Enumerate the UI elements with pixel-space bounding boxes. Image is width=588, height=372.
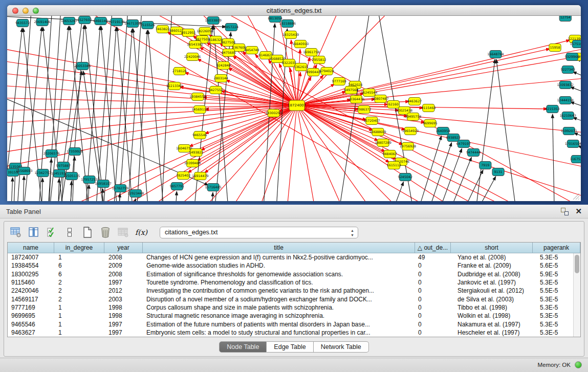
graph-edge[interactable] <box>415 136 442 201</box>
tab-edge-table[interactable]: Edge Table <box>267 341 313 353</box>
graph-edge[interactable] <box>291 40 297 105</box>
graph-edge[interactable] <box>297 49 550 105</box>
table-cell[interactable]: Genome-wide association studies in ADHD. <box>143 261 415 270</box>
memory-status-icon[interactable] <box>575 361 582 368</box>
column-header-short[interactable]: short <box>451 243 533 253</box>
table-cell[interactable]: 2 <box>54 287 104 295</box>
table-cell[interactable]: 0 <box>415 287 451 295</box>
show-columns-icon[interactable] <box>27 226 40 238</box>
table-cell[interactable]: 6 <box>54 261 104 270</box>
table-cell[interactable]: 9465546 <box>8 320 54 328</box>
table-cell[interactable]: Dudbridge et al. (2008) <box>451 270 533 278</box>
new-column-icon[interactable] <box>81 226 94 238</box>
table-row[interactable]: 1872400712008Changes of HCN gene express… <box>8 253 580 261</box>
close-panel-icon[interactable]: ✕ <box>575 207 582 216</box>
table-cell[interactable]: 1998 <box>104 312 143 320</box>
table-cell[interactable]: Hescheler et al. (1997) <box>451 329 533 337</box>
graph-edge[interactable] <box>41 178 43 201</box>
table-scrollbar[interactable] <box>573 253 580 337</box>
table-cell[interactable]: Estimation of significance thresholds fo… <box>143 270 415 278</box>
graph-edge[interactable] <box>573 117 581 126</box>
graph-edge[interactable] <box>459 170 483 201</box>
table-cell[interactable]: Corpus callosum shape and size in male p… <box>143 303 415 312</box>
table-cell[interactable]: 0 <box>415 278 451 287</box>
tab-network-table[interactable]: Network Table <box>314 341 369 353</box>
graph-edge[interactable] <box>84 26 100 201</box>
column-header-year[interactable]: year <box>104 243 143 253</box>
table-cell[interactable]: 14569117 <box>8 295 54 303</box>
table-cell[interactable]: 2003 <box>104 295 143 303</box>
select-all-icon[interactable] <box>45 226 58 238</box>
table-cell[interactable]: 1 <box>54 312 104 320</box>
table-row[interactable]: 977716911998Corpus callosum shape and si… <box>8 303 580 312</box>
graph-edge[interactable] <box>553 114 555 201</box>
graph-edge[interactable] <box>297 40 570 105</box>
table-row[interactable]: 969969511998Structural magnetic resonanc… <box>8 312 580 320</box>
table-cell[interactable]: 0 <box>415 329 451 337</box>
graph-edge[interactable] <box>570 87 581 97</box>
graph-edge[interactable] <box>474 59 495 201</box>
table-cell[interactable]: 1 <box>54 320 104 328</box>
table-cell[interactable]: Wolkin et al. (1998) <box>451 312 533 320</box>
graph-edge[interactable] <box>472 177 496 201</box>
table-cell[interactable]: 22420046 <box>8 287 54 295</box>
column-header-out-de-[interactable]: △ out_de... <box>415 243 451 253</box>
table-cell[interactable]: Structural magnetic resonance image aver… <box>143 312 415 320</box>
graph-edge[interactable] <box>297 47 581 105</box>
clear-selection-icon[interactable] <box>63 226 76 238</box>
table-row[interactable]: 911546021997Tourette syndrome. Phenomeno… <box>8 278 580 287</box>
table-cell[interactable]: 9699695 <box>8 312 54 320</box>
table-mode-icon[interactable] <box>9 226 23 238</box>
graph-edge[interactable] <box>117 27 134 201</box>
graph-edge[interactable] <box>389 182 404 201</box>
function-builder-icon[interactable]: f(x) <box>135 226 148 238</box>
table-row[interactable]: 1938455462009Genome-wide association stu… <box>8 261 580 270</box>
graph-edge[interactable] <box>573 72 581 81</box>
table-cell[interactable]: 18300295 <box>8 270 54 278</box>
table-row[interactable]: 2242004622012Investigating the contribut… <box>8 287 580 295</box>
graph-edge[interactable] <box>11 178 13 201</box>
table-cell[interactable]: Tibbo et al. (1998) <box>451 303 533 312</box>
graph-edge[interactable] <box>205 105 297 134</box>
table-cell[interactable]: 19384554 <box>8 261 54 270</box>
table-cell[interactable]: 0 <box>415 295 451 303</box>
table-cell[interactable]: 9115460 <box>8 278 54 287</box>
table-cell[interactable]: 1997 <box>104 329 143 337</box>
graph-edge[interactable] <box>118 193 120 201</box>
table-row[interactable]: 946362711997Embryonic stem cells: a mode… <box>8 329 580 337</box>
table-cell[interactable]: 18724007 <box>8 253 54 261</box>
graph-edge[interactable] <box>197 59 297 105</box>
table-cell[interactable]: Estimation of the future numbers of pati… <box>143 320 415 328</box>
tab-node-table[interactable]: Node Table <box>219 341 267 353</box>
table-cell[interactable]: 0 <box>415 261 451 270</box>
network-window[interactable]: citations_edges.txt 18724007886012389129… <box>7 5 581 201</box>
column-header-title[interactable]: title <box>143 243 415 253</box>
column-header-pagerank[interactable]: pagerank <box>533 243 580 253</box>
graph-edge[interactable] <box>224 105 297 201</box>
table-cell[interactable]: Embryonic stem cells: a model to study s… <box>143 329 415 337</box>
table-cell[interactable]: Stergiakouli et al. (2012) <box>451 287 533 295</box>
table-cell[interactable]: 2 <box>54 295 104 303</box>
table-cell[interactable]: 2008 <box>104 253 143 261</box>
table-cell[interactable]: Franke et al. (2009) <box>451 261 533 270</box>
table-cell[interactable]: Yano et al. (2008) <box>451 253 533 261</box>
table-scrollbar-thumb[interactable] <box>575 255 579 273</box>
graph-edge[interactable] <box>496 59 517 201</box>
table-cell[interactable]: 1997 <box>104 278 143 287</box>
graph-edge[interactable] <box>204 105 297 173</box>
table-cell[interactable]: 2009 <box>104 261 143 270</box>
table-cell[interactable]: 0 <box>415 320 451 328</box>
table-cell[interactable]: 1998 <box>104 303 143 312</box>
table-cell[interactable]: 1 <box>54 329 104 337</box>
table-cell[interactable]: 2008 <box>104 270 143 278</box>
table-cell[interactable]: 9463627 <box>8 329 54 337</box>
network-window-titlebar[interactable]: citations_edges.txt <box>7 5 581 16</box>
table-cell[interactable]: 0 <box>415 270 451 278</box>
table-row[interactable]: 1456911722003Disruption of a novel membe… <box>8 295 580 303</box>
table-row[interactable]: 946554611997Estimation of the future num… <box>8 320 580 328</box>
table-cell[interactable]: 1 <box>54 253 104 261</box>
table-cell[interactable]: 49 <box>415 253 451 261</box>
delete-column-icon[interactable] <box>99 226 112 238</box>
table-cell[interactable]: 2 <box>54 278 104 287</box>
column-header-name[interactable]: name <box>8 243 54 253</box>
